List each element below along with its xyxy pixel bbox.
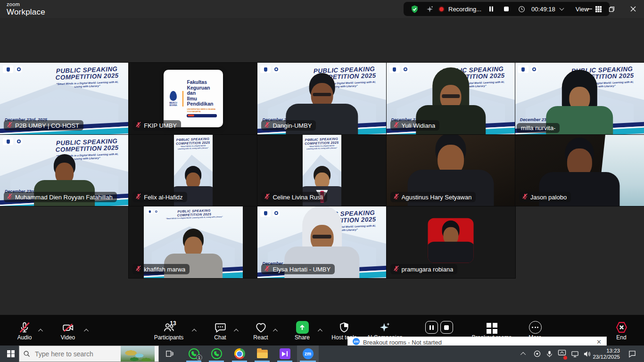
video-tile[interactable]: Agustinus Hary Setyawan: [387, 135, 515, 206]
video-muted-icon: [62, 315, 74, 334]
action-center-icon: [628, 350, 636, 358]
background-panel: [598, 135, 644, 206]
recording-dot-icon: [563, 356, 567, 360]
event-logos: [260, 209, 280, 217]
mic-muted-icon: [264, 193, 270, 201]
participant-name-label: milla nurvita-: [517, 123, 560, 133]
tray-expand-button[interactable]: [518, 346, 530, 362]
meeting-timer: 00:49:18: [531, 6, 555, 13]
zoom-app-button[interactable]: zm: [297, 346, 319, 362]
participant-name-label: P2B UMBY | CO-HOST: [4, 120, 83, 131]
banner-title: PUBLIC SPEAKINGCOMPETITION 2025“Smart Mi…: [304, 66, 385, 90]
participant-name: Agustinus Hary Setyawan: [402, 194, 472, 201]
chat-icon: [214, 315, 227, 334]
close-button[interactable]: [622, 0, 644, 18]
brand-workplace: Workplace: [7, 8, 45, 16]
whatsapp-1-button[interactable]: 1: [183, 346, 204, 362]
banner-title: PUBLIC SPEAKINGCOMPETITION 2025“Smart Mi…: [562, 66, 643, 90]
whatsapp-badge: 1: [196, 354, 202, 361]
zoom-meeting-window: zoom Workplace Recording... 00:49:18: [0, 0, 644, 362]
participant-name-label: FKIP UMBY: [132, 120, 181, 131]
file-explorer-button[interactable]: [252, 346, 272, 362]
taskbar-clock[interactable]: 13:23 23/12/2025: [592, 346, 620, 362]
tray-screenshare-button[interactable]: [555, 346, 569, 362]
recording-label: Recording...: [448, 6, 481, 13]
media-player-button[interactable]: [274, 346, 295, 362]
participant-name-label: Felix al-Hafidz: [132, 192, 187, 202]
chevron-up-icon: [520, 352, 526, 357]
start-button[interactable]: [3, 346, 19, 362]
action-center-button[interactable]: [623, 346, 641, 362]
participant-name: Muhammad Dien Royyan Fatahillah: [15, 194, 113, 201]
video-tile[interactable]: Jason palobo: [515, 135, 644, 206]
video-tile[interactable]: PUBLIC SPEAKINGCOMPETITION 2025“Smart Mi…: [257, 206, 386, 278]
video-tile[interactable]: PUBLIC SPEAKINGCOMPETITION 2025“Smart Mi…: [129, 206, 257, 278]
chrome-button[interactable]: [229, 346, 250, 362]
participants-button[interactable]: Participants 13: [143, 315, 195, 341]
toast-close-icon[interactable]: ✕: [596, 338, 602, 346]
chrome-icon: [234, 348, 245, 359]
host-tools-shield-icon: [338, 315, 350, 334]
more-ellipsis-icon: [529, 315, 542, 334]
toast-text: Breakout rooms - Not started: [363, 339, 593, 346]
mic-muted-icon: [264, 265, 270, 273]
event-logos: [518, 66, 538, 73]
mic-muted-icon: [135, 265, 141, 273]
heart-icon: [255, 315, 267, 334]
taskbar-search[interactable]: [19, 346, 159, 362]
breakout-rooms-toast[interactable]: zm Breakout rooms - Not started ✕: [347, 337, 607, 346]
share-screen-icon: [296, 315, 309, 334]
security-shield-icon[interactable]: [409, 4, 420, 14]
end-label: End: [616, 334, 626, 341]
search-input[interactable]: [34, 350, 117, 358]
pause-recording-button[interactable]: [486, 4, 496, 14]
ai-companion-sparkle-icon: [378, 315, 391, 334]
video-tile[interactable]: PUBLIC SPEAKINGCOMPETITION 2025“Smart Mi…: [387, 63, 515, 134]
restore-button[interactable]: [601, 0, 622, 18]
video-tile[interactable]: PUBLIC SPEAKINGCOMPETITION 2025“Smart Mi…: [257, 63, 386, 134]
pause-record-icon: [425, 321, 438, 334]
whatsapp-icon: [211, 348, 222, 359]
participant-name: P2B UMBY | CO-HOST: [15, 122, 79, 129]
banner-title: PUBLIC SPEAKINGCOMPETITION 2025“Smart Mi…: [47, 66, 127, 90]
video-tile[interactable]: pramugara robiana: [387, 206, 515, 278]
video-tile[interactable]: PUBLIC SPEAKINGCOMPETITION 2025“Smart Mi…: [0, 135, 129, 206]
tray-mic-button[interactable]: [543, 346, 555, 362]
event-logos: [260, 66, 280, 73]
zoom-app-icon: zm: [303, 348, 314, 359]
share-label: Share: [295, 334, 310, 341]
video-options-chevron[interactable]: [85, 326, 88, 335]
video-tile[interactable]: PUBLIC SPEAKINGCOMPETITION 2025“Smart Mi…: [515, 63, 644, 134]
mic-muted-icon: [522, 193, 528, 201]
stop-record-button[interactable]: [437, 315, 456, 334]
fkip-logo-card: MERCU BUANA FakultasKeguruan danIlmu Pen…: [164, 70, 223, 127]
participant-name: Celine Livina Rusli: [272, 194, 323, 201]
video-tile[interactable]: PUBLIC SPEAKINGCOMPETITION 2025“Smart Mi…: [129, 135, 257, 206]
video-tile[interactable]: PUBLIC SPEAKINGCOMPETITION 2025“Smart Mi…: [257, 135, 386, 206]
brand-zoom: zoom: [7, 2, 45, 7]
video-tile[interactable]: MERCU BUANA FakultasKeguruan danIlmu Pen…: [129, 63, 257, 134]
search-highlight-image[interactable]: [121, 346, 155, 362]
speaker-icon: [583, 350, 592, 358]
recording-dot-icon: [439, 7, 444, 11]
stop-recording-button[interactable]: [501, 4, 512, 14]
search-icon: [23, 350, 30, 357]
tray-network-button[interactable]: [569, 346, 581, 362]
whatsapp-2-button[interactable]: [206, 346, 227, 362]
participant-name: khafifah marwa: [144, 266, 185, 273]
ai-companion-status-icon[interactable]: [424, 4, 435, 14]
event-logos: [3, 66, 23, 73]
participant-name: Jason palobo: [530, 194, 567, 201]
microphone-tray-icon: [546, 350, 553, 358]
stop-record-icon: [440, 321, 453, 334]
participants-label: Participants: [154, 334, 184, 341]
task-view-button[interactable]: [160, 346, 178, 362]
clock-icon: [516, 4, 527, 14]
video-tile[interactable]: PUBLIC SPEAKINGCOMPETITION 2025“Smart Mi…: [0, 63, 129, 134]
clock-time: 13:23: [606, 348, 620, 354]
tray-camera-button[interactable]: [531, 346, 543, 362]
title-bar: zoom Workplace Recording... 00:49:18: [0, 0, 644, 18]
mic-muted-icon: [7, 122, 13, 129]
minimize-button[interactable]: [579, 0, 601, 18]
timer-chevron-icon[interactable]: [559, 6, 564, 11]
